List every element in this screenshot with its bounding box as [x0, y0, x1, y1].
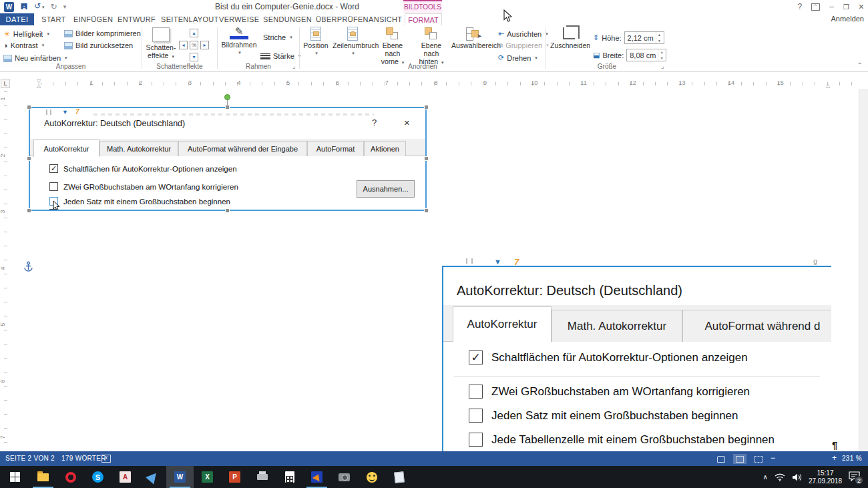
dashes-button[interactable]: Striche▾ — [260, 33, 292, 41]
width-input[interactable]: 8,08 cm▲▼ — [626, 49, 666, 61]
weight-button[interactable]: Stärke▾ — [260, 52, 300, 60]
shadow-toggle-button[interactable]: % — [190, 41, 198, 49]
word-count[interactable]: 179 WÖRTER — [61, 455, 106, 462]
brightness-button[interactable]: ☀Helligkeit▾ — [3, 29, 49, 39]
read-mode-icon[interactable] — [714, 454, 728, 464]
resize-handle-top-right[interactable] — [424, 105, 429, 109]
calculator-button[interactable] — [276, 466, 303, 488]
shadow-effects-button[interactable]: Schatten- effekte ▾ — [145, 27, 177, 61]
zoom-in-button[interactable]: + — [832, 453, 837, 463]
shadow-nudge-up-button[interactable]: ▴ — [190, 29, 198, 37]
tab-verweise[interactable]: VERWEISE — [219, 13, 259, 25]
tab-seitenlayout[interactable]: SEITENLAYOUT — [161, 13, 219, 25]
picture-border-button[interactable]: ✎ Bildrahmen ▾ — [220, 27, 258, 57]
rotate-button[interactable]: ⟳Drehen▾ — [498, 53, 537, 62]
tab-ansicht[interactable]: ANSICHT — [369, 13, 402, 25]
selection-pane-button[interactable]: ➤ Auswahlbereich — [451, 27, 495, 49]
shadow-nudge-left-button[interactable]: ◂ — [179, 41, 188, 49]
blue-arrow-app-button[interactable] — [139, 466, 166, 488]
zoom-out-button[interactable]: − — [771, 453, 775, 463]
resize-handle-mid-right[interactable] — [424, 156, 429, 161]
restore-icon[interactable]: ❐ — [843, 3, 849, 11]
contextual-tab-group-label: BILDTOOLS — [403, 0, 442, 13]
sign-in-link[interactable]: Anmelden — [831, 15, 864, 23]
resize-handle-bottom-left[interactable] — [27, 208, 31, 213]
print-layout-icon[interactable] — [733, 454, 746, 464]
vertical-scrollbar[interactable] — [859, 89, 868, 451]
compress-pictures-button[interactable]: Bilder komprimieren — [64, 29, 141, 37]
tab-ueberpruefen[interactable]: ÜBERPRÜFEN — [316, 13, 369, 25]
opera-button[interactable] — [57, 466, 84, 488]
separator-line — [454, 376, 820, 377]
action-center-button[interactable]: 2 — [849, 471, 860, 483]
minimize-icon[interactable]: – — [829, 2, 834, 11]
camera-app-button[interactable] — [331, 466, 358, 488]
height-input[interactable]: 2,12 cm▲▼ — [624, 31, 664, 44]
word-button[interactable]: W — [166, 466, 194, 488]
tray-expand-icon[interactable]: ∧ — [763, 473, 768, 481]
crop-button[interactable]: Zuschneiden — [550, 27, 588, 49]
smiley-app-button[interactable] — [358, 466, 385, 488]
customize-qat-icon[interactable]: ▾ — [63, 2, 67, 12]
shadow-nudge-down-button[interactable]: ▾ — [190, 53, 198, 61]
web-layout-icon[interactable] — [752, 454, 765, 464]
irfanview-button[interactable] — [303, 466, 331, 488]
inserted-screenshot-large[interactable]: ▼ 7 g AutoKorrektur: Deutsch (Deutschlan… — [442, 257, 831, 451]
group-button[interactable]: ⧉Gruppieren▾ — [498, 41, 549, 49]
powerpoint-button[interactable]: P — [221, 466, 248, 488]
resize-handle-bottom-center[interactable] — [225, 208, 230, 213]
notes-app-button[interactable] — [385, 466, 413, 488]
dialog-launcher-groesse[interactable]: ⌟ — [661, 63, 664, 69]
tab-einfuegen[interactable]: EINFÜGEN — [73, 13, 113, 25]
excel-button[interactable]: X — [194, 466, 221, 488]
collapse-ribbon-icon[interactable]: ⌃ — [857, 61, 863, 69]
send-backward-button[interactable]: Ebene nachhinten ▾ — [413, 27, 450, 67]
proofing-status-icon[interactable]: ✗ — [101, 455, 111, 463]
save-icon[interactable]: 🖪 — [20, 2, 28, 12]
tab-stop-selector[interactable]: L — [1, 79, 10, 88]
ribbon-display-options-icon[interactable] — [811, 3, 820, 11]
resize-handle-bottom-right[interactable] — [424, 208, 429, 213]
shadow-nudge-right-button[interactable]: ▸ — [200, 41, 209, 49]
right-indent-marker[interactable]: △ — [826, 83, 830, 89]
tab-datei[interactable]: DATEI — [0, 13, 34, 25]
pen-icon: ✎ — [220, 27, 258, 35]
resize-handle-top-left[interactable] — [27, 105, 31, 109]
reset-picture-button[interactable]: Bild zurücksetzen — [64, 41, 133, 49]
redo-icon[interactable]: ↻ — [51, 2, 57, 12]
hanging-indent-marker[interactable]: △ — [37, 83, 41, 89]
position-button[interactable]: Position▾ — [300, 27, 331, 57]
resize-handle-mid-left[interactable] — [27, 156, 31, 161]
red-a-app-button[interactable]: A — [112, 466, 139, 488]
skype-button[interactable]: S — [84, 466, 112, 488]
dialog-tab-autokorrektur: AutoKorrektur — [33, 140, 99, 157]
tab-sendungen[interactable]: SENDUNGEN — [263, 13, 312, 25]
dialog-launcher-rahmen[interactable]: ⌟ — [292, 63, 295, 69]
document-page[interactable]: ▼ 7 AutoKorrektur: Deutsch (Deutschland)… — [0, 89, 868, 451]
speaker-icon[interactable] — [792, 473, 802, 481]
tab-start[interactable]: START — [41, 13, 66, 25]
bring-forward-button[interactable]: Ebene nachvorne ▾ — [374, 27, 411, 67]
horizontal-ruler[interactable]: L ▽ △ △ 123456789101112131415 — [0, 79, 868, 89]
align-button[interactable]: ⇤Ausrichten▾ — [498, 29, 548, 38]
tray-clock[interactable]: 15:17 27.09.2018 — [809, 469, 842, 485]
start-button[interactable] — [0, 466, 29, 488]
wifi-icon[interactable] — [775, 473, 785, 481]
printer-button[interactable] — [248, 466, 276, 488]
zoom-level[interactable]: 231 % — [842, 455, 862, 462]
tab-format-active[interactable]: FORMAT — [405, 13, 442, 25]
undo-icon[interactable]: ↺▾ — [34, 1, 45, 12]
page-indicator[interactable]: SEITE 2 VON 2 — [5, 455, 55, 462]
file-explorer-button[interactable] — [29, 466, 57, 488]
contrast-button[interactable]: ◑Kontrast▾ — [3, 41, 44, 49]
height-spinner[interactable]: ▲▼ — [656, 32, 663, 43]
tab-entwurf[interactable]: ENTWURF — [118, 13, 156, 25]
rotation-handle[interactable] — [224, 94, 230, 100]
close-icon[interactable]: × — [859, 1, 864, 12]
recolor-button[interactable]: Neu einfärben▾ — [3, 54, 67, 62]
inserted-screenshot-small[interactable]: ▼ 7 AutoKorrektur: Deutsch (Deutschland)… — [29, 107, 427, 211]
width-spinner[interactable]: ▲▼ — [658, 49, 665, 61]
help-icon[interactable]: ? — [797, 2, 802, 11]
ruler-number: 14 — [728, 79, 734, 86]
wrap-text-button[interactable]: Zeilenumbruch▾ — [333, 27, 373, 57]
